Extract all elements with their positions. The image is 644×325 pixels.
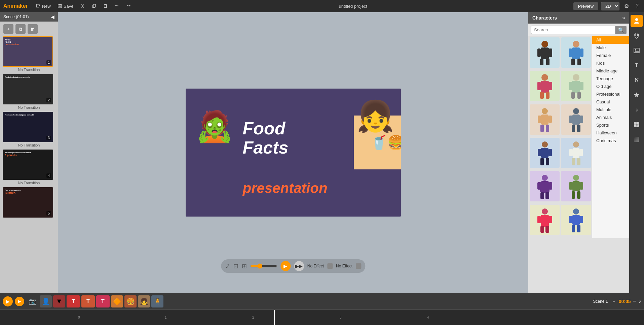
svg-rect-48 [577, 125, 580, 132]
right-iconbar: T N ♪ [629, 12, 644, 293]
delete-scene-button[interactable]: 🗑 [28, 24, 38, 34]
svg-rect-54 [546, 158, 549, 165]
track-girl[interactable]: 👧 [138, 295, 150, 307]
slide-thumb-3[interactable]: Too much food is not good for health 3 [3, 112, 53, 142]
track-shape[interactable]: ▼ [53, 295, 65, 307]
svg-rect-45 [569, 116, 572, 123]
filter-all[interactable]: All [592, 36, 629, 44]
play-full-button[interactable]: ▶▶ [294, 261, 304, 271]
filter-female[interactable]: Female [592, 52, 629, 59]
scene-collapse-button[interactable]: ◀ [51, 14, 54, 20]
new-button[interactable]: New [34, 3, 53, 9]
slide-item-3[interactable]: Too much food is not good for health 3 N… [3, 112, 55, 149]
slide-item-1[interactable]: Food Facts presentation 1 No Transition [3, 36, 55, 73]
fit-screen-button[interactable]: ⤢ [225, 262, 230, 270]
svg-rect-46 [580, 116, 583, 123]
location-panel-button[interactable] [631, 30, 643, 42]
track-text-1[interactable]: T [67, 295, 80, 307]
filter-casual[interactable]: Casual [592, 98, 629, 106]
track-character-2[interactable]: 🧍 [151, 295, 163, 307]
template-panel-button[interactable] [631, 119, 643, 131]
slide-thumb-4[interactable]: An average American eats about 3 pounds … [3, 150, 53, 180]
preview-button[interactable]: Preview [573, 2, 598, 10]
track-text-3[interactable]: T [96, 295, 110, 307]
settings-button[interactable]: ⚙ [622, 2, 631, 10]
character-cell-6[interactable] [561, 104, 591, 135]
character-cell-5[interactable] [530, 104, 560, 135]
gradient-panel-button[interactable] [631, 133, 643, 145]
filter-middle-age[interactable]: Middle age [592, 67, 629, 75]
girl-character[interactable]: 👧 [356, 99, 394, 134]
slide-thumb-1[interactable]: Food Facts presentation 1 [3, 36, 53, 67]
mode-select[interactable]: 2D 3D [601, 2, 619, 10]
undo-button[interactable] [113, 3, 121, 9]
add-scene-button[interactable]: + [3, 24, 13, 34]
logo-panel-button[interactable]: N [631, 74, 643, 86]
filter-old-age[interactable]: Old age [592, 83, 629, 90]
filter-multiple[interactable]: Multiple [592, 106, 629, 113]
track-text-2[interactable]: T [81, 295, 95, 307]
save-button[interactable]: Save [55, 3, 76, 9]
help-button[interactable]: ? [634, 2, 641, 10]
effects-panel-button[interactable] [631, 89, 643, 101]
character-cell-8[interactable] [561, 138, 591, 168]
time-minus-button[interactable]: − [633, 298, 636, 305]
slide-number-3: 3 [46, 136, 51, 140]
slide-thumb-5[interactable]: That is equivalent to Skittles 5 [3, 187, 53, 218]
svg-rect-72 [577, 191, 580, 199]
crop-button[interactable]: ⊡ [233, 262, 238, 270]
svg-rect-59 [572, 158, 575, 165]
slide-item-4[interactable]: An average American eats about 3 pounds … [3, 150, 55, 187]
characters-panel-header: Characters » [528, 12, 629, 24]
filter-kids[interactable]: Kids [592, 59, 629, 67]
characters-search-button[interactable]: 🔍 [615, 26, 627, 34]
character-cell-1[interactable] [530, 37, 560, 68]
track-character[interactable]: 👤 [40, 295, 52, 307]
slide-item-2[interactable]: Food distributed among people 2 No Trans… [3, 74, 55, 111]
slide-thumb-2[interactable]: Food distributed among people 2 [3, 74, 53, 104]
slide-item-5[interactable]: That is equivalent to Skittles 5 [3, 187, 55, 218]
mummy-character[interactable]: 🧟 [196, 109, 233, 144]
timeline-music-button[interactable]: ♪ [638, 298, 641, 305]
music-panel-button[interactable]: ♪ [631, 104, 643, 116]
add-image-button[interactable]: 📷 [29, 298, 36, 305]
redo-button[interactable] [124, 3, 133, 9]
duplicate-scene-button[interactable]: ⧉ [15, 24, 26, 34]
characters-panel-expand[interactable]: » [622, 15, 625, 21]
character-cell-10[interactable] [561, 171, 591, 201]
character-cell-2[interactable] [561, 37, 591, 68]
image-panel-button[interactable] [631, 44, 643, 57]
timeline-camera-add[interactable]: + [612, 299, 615, 304]
filter-sports[interactable]: Sports [592, 121, 629, 129]
timeline-cursor[interactable] [274, 310, 275, 325]
filter-male[interactable]: Male [592, 44, 629, 52]
scene-label-bottom: Scene 1 [593, 299, 608, 304]
track-object[interactable]: 🔶 [111, 295, 123, 307]
svg-rect-69 [569, 182, 572, 190]
timeline-play-button[interactable]: ▶ [3, 296, 13, 306]
character-cell-9[interactable] [530, 171, 560, 201]
filter-halloween[interactable]: Halloween [592, 129, 629, 137]
character-cell-3[interactable] [530, 71, 560, 101]
filter-christmas[interactable]: Christmas [592, 137, 629, 144]
timeline-play-full-button[interactable]: ▶ [15, 297, 24, 306]
filter-teenage[interactable]: Teenage [592, 75, 629, 83]
filter-professional[interactable]: Professional [592, 90, 629, 98]
characters-search-input[interactable] [531, 26, 615, 34]
copy-button[interactable] [90, 3, 99, 9]
track-food[interactable]: 🍔 [124, 295, 137, 307]
paste-button[interactable] [101, 3, 110, 9]
cut-button[interactable] [78, 3, 87, 9]
character-cell-7[interactable] [530, 138, 560, 168]
character-cell-11[interactable] [530, 205, 560, 235]
character-cell-4[interactable] [561, 71, 591, 101]
ruler-mark-3: 3 [340, 316, 342, 319]
character-cell-12[interactable] [561, 205, 591, 235]
play-button[interactable]: ▶ [280, 261, 291, 271]
characters-panel-button[interactable] [631, 15, 643, 27]
slide-canvas[interactable]: 🧟 🥤🍔 Food Facts presentation 👧 [186, 89, 401, 217]
filter-animals[interactable]: Animals [592, 113, 629, 121]
grid-button[interactable]: ⊞ [242, 262, 247, 270]
text-panel-button[interactable]: T [631, 59, 643, 71]
zoom-slider[interactable] [250, 263, 277, 269]
